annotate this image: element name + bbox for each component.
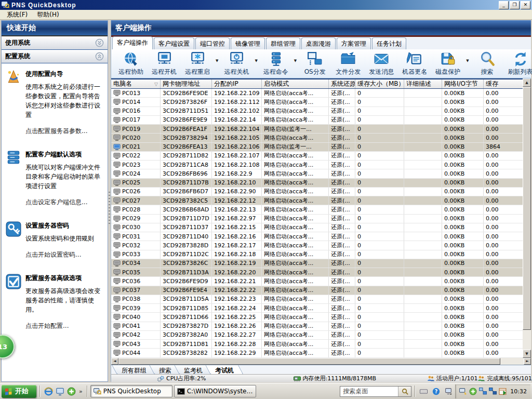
chevron-down-icon[interactable]: ▼ bbox=[464, 59, 470, 63]
table-row[interactable]: PC0213CD92B6FEA13192.168.22.106网络启动(监考一.… bbox=[111, 143, 523, 152]
table-row[interactable]: PC0383CD92B711D5A192.168.22.23网络启动(acca考… bbox=[111, 295, 523, 304]
group-tab-所有群组[interactable]: 所有群组 bbox=[114, 365, 154, 375]
horizontal-scroll-thumb[interactable] bbox=[118, 358, 500, 365]
table-row[interactable]: PC0283CD92B6B68AD192.168.22.13网络启动(acca考… bbox=[111, 205, 523, 214]
column-header-缓存[interactable]: 缓存 bbox=[484, 79, 523, 88]
table-row[interactable]: PC0433CD92B711D81192.168.22.28网络启动(acca考… bbox=[111, 340, 523, 349]
tab-镜像管理[interactable]: 镜像管理 bbox=[231, 37, 265, 49]
toolbar-button-发送消息[interactable]: 发送消息 bbox=[365, 51, 398, 77]
toolbar-button-刷新列表[interactable]: 刷新列表 bbox=[504, 51, 532, 77]
table-row[interactable]: PC0173CD92B6FE9E9192.168.22.14网络启动(acca考… bbox=[111, 116, 523, 125]
toolbar-button-远程命令[interactable]: 远程命令 bbox=[259, 51, 292, 77]
column-header-网卡物理地址[interactable]: 网卡物理地址 bbox=[161, 79, 212, 88]
toolbar-button-文件分发[interactable]: 文件分发 bbox=[331, 51, 365, 77]
restore-button[interactable]: ❐ bbox=[510, 1, 520, 9]
table-row[interactable]: PC0273CD92B7382C5192.168.22.12网络启动(acca考… bbox=[111, 196, 523, 205]
tab-方案管理[interactable]: 方案管理 bbox=[337, 37, 371, 49]
table-row[interactable]: PC0233CD92B711CA8192.168.22.108网络启动(acca… bbox=[111, 161, 523, 169]
search-go-button[interactable] bbox=[398, 387, 411, 396]
toolbar-button-机器更名[interactable]: 机器更名 bbox=[398, 51, 431, 77]
scroll-up-icon[interactable]: ▲ bbox=[523, 78, 531, 87]
toolbar-button-磁盘保护[interactable]: 磁盘保护 bbox=[431, 51, 464, 77]
chevron-double-up-icon[interactable] bbox=[95, 52, 104, 61]
table-row[interactable]: PC0243CD92B6FB696192.168.22.9网络启动(acca考.… bbox=[111, 169, 523, 178]
table-row[interactable]: PC0403CD92B711D66192.168.22.25网络启动(acca考… bbox=[111, 313, 523, 322]
ie-icon[interactable] bbox=[43, 386, 54, 396]
tab-客户端设置[interactable]: 客户端设置 bbox=[154, 37, 194, 49]
table-row[interactable]: PC0193CD92B6FEA1F192.168.22.104网络启动(监考一.… bbox=[111, 125, 523, 134]
desktop-search-input[interactable]: 搜索桌面 bbox=[340, 386, 411, 397]
table-row[interactable]: PC0393CD92B711D85192.168.22.24网络启动(acca考… bbox=[111, 304, 523, 313]
toolbar-button-远程开机[interactable]: 远程开机 bbox=[148, 51, 181, 77]
column-header-分配的IP[interactable]: 分配的IP bbox=[212, 79, 262, 88]
sidebar-item-link[interactable]: 点击开始设置密码... bbox=[25, 250, 94, 259]
table-row[interactable]: PC0253CD92B711D7B192.168.22.10网络启动(acca考… bbox=[111, 179, 523, 188]
keyboard-icon[interactable] bbox=[418, 386, 429, 396]
menu-item-0[interactable]: 系统(F) bbox=[2, 9, 32, 20]
table-row[interactable]: PC0373CD92B6FE9E4192.168.22.22网络启动(acca考… bbox=[111, 286, 523, 295]
sidebar-item-link[interactable]: 点击配置服务器参数... bbox=[25, 127, 104, 136]
green-plus-icon[interactable] bbox=[66, 386, 76, 396]
table-row[interactable]: PC0323CD92B73828D192.168.22.17网络启动(acca考… bbox=[111, 241, 523, 250]
group-tab-考试机[interactable]: 考试机 bbox=[208, 365, 241, 375]
table-row[interactable]: PC0133CD92B6FE9DE192.168.22.109网络启动(acca… bbox=[111, 89, 523, 98]
taskbar-task-PNS QuickDesktop[interactable]: PNS QuickDesktop bbox=[90, 385, 172, 397]
column-header-网络I/O字节[interactable]: 网络I/O字节 bbox=[442, 79, 484, 88]
taskbar-task-C:\WINDOWS\system32...[interactable]: C:\WINDOWS\system32... bbox=[174, 385, 256, 397]
table-row[interactable]: PC0293CD92B711D7D192.168.22.97网络启动(acca考… bbox=[111, 215, 523, 223]
table-row[interactable]: PC0343CD92B73826C192.168.22.19网络启动(acca考… bbox=[111, 259, 523, 268]
column-header-详细描述[interactable]: 详细描述 bbox=[404, 79, 442, 88]
group-tab-监考机[interactable]: 监考机 bbox=[177, 365, 210, 375]
table-row[interactable]: PC0313CD92B711D40192.168.22.16网络启动(acca考… bbox=[111, 232, 523, 241]
tab-桌面漫游[interactable]: 桌面漫游 bbox=[301, 37, 336, 49]
column-header-电脑名[interactable]: 电脑名▽ bbox=[111, 79, 161, 88]
vertical-scroll-thumb[interactable] bbox=[523, 87, 531, 330]
tab-群组管理[interactable]: 群组管理 bbox=[266, 37, 300, 49]
scroll-left-icon[interactable]: ◄ bbox=[111, 358, 118, 365]
table-row[interactable]: PC0263CD92B6FB6D7192.168.22.90网络启动(acca考… bbox=[111, 188, 523, 196]
tab-任务计划[interactable]: 任务计划 bbox=[372, 37, 406, 49]
sidebar-section-使用系统[interactable]: 使用系统 bbox=[2, 36, 108, 50]
network-icon[interactable] bbox=[479, 388, 487, 395]
table-row[interactable]: PC0333CD92B711D2C192.168.22.18网络启动(acca考… bbox=[111, 250, 523, 259]
column-header-启动模式[interactable]: 启动模式 bbox=[262, 79, 329, 88]
table-row[interactable]: PC0423CD92B7382A0192.168.22.27网络启动(acca考… bbox=[111, 331, 523, 340]
sidebar-item-link[interactable]: 点击设定客户端信息... bbox=[25, 198, 104, 207]
table-row[interactable]: PC0353CD92B711D3A192.168.22.20网络启动(acca考… bbox=[111, 268, 523, 277]
table-row[interactable]: PC0413CD92B73827D192.168.22.26网络启动(acca考… bbox=[111, 322, 523, 331]
menu-item-1[interactable]: 帮助(H) bbox=[32, 9, 63, 20]
table-row[interactable]: PC0223CD92B711D82192.168.22.107网络启动(acca… bbox=[111, 152, 523, 161]
table-row[interactable]: PC0203CD92B738294192.168.22.105网络启动(acca… bbox=[111, 134, 523, 142]
scroll-down-icon[interactable]: ▼ bbox=[523, 350, 531, 358]
vertical-scrollbar[interactable]: ▲ ▼ bbox=[523, 78, 531, 358]
chevron-down-icon[interactable]: ▼ bbox=[292, 59, 298, 63]
toolbar-button-远程关机[interactable]: 远程关机 bbox=[220, 51, 253, 77]
column-header-系统还原[interactable]: 系统还原 bbox=[329, 79, 355, 88]
tab-客户端操作[interactable]: 客户端操作 bbox=[112, 36, 153, 49]
table-row[interactable]: PC0143CD92B73826F192.168.22.112网络启动(acca… bbox=[111, 98, 523, 107]
start-button[interactable]: 开始 bbox=[2, 385, 36, 398]
scheduler-icon[interactable] bbox=[499, 388, 507, 395]
pns-tray-icon[interactable] bbox=[459, 388, 467, 395]
show-desktop-icon[interactable] bbox=[55, 386, 65, 396]
tab-端口管控[interactable]: 端口管控 bbox=[195, 37, 230, 49]
toolbar-button-远程重启[interactable]: 远程重启 bbox=[181, 51, 214, 77]
table-row[interactable]: PC0363CD92B6FE9D9192.168.22.21网络启动(acca考… bbox=[111, 277, 523, 286]
chevron-down-icon[interactable]: ▼ bbox=[253, 59, 259, 63]
toolbar-button-搜索[interactable]: 搜索 bbox=[471, 51, 504, 77]
table-row[interactable]: PC0303CD92B711D37192.168.22.15网络启动(acca考… bbox=[111, 223, 523, 232]
network2-icon[interactable] bbox=[489, 388, 497, 395]
close-button[interactable]: ✕ bbox=[521, 1, 530, 9]
minimize-button[interactable]: _ bbox=[499, 1, 509, 9]
sidebar-item-link[interactable]: 点击开始配置... bbox=[25, 322, 104, 330]
green-plus-icon[interactable] bbox=[469, 388, 477, 395]
help-icon[interactable]: ? bbox=[431, 386, 441, 396]
chevron-double-down-icon[interactable] bbox=[95, 38, 104, 47]
display-icon[interactable] bbox=[443, 386, 454, 396]
toolbar-button-OS分发[interactable]: OS分发 bbox=[298, 51, 331, 77]
scroll-right-icon[interactable]: ► bbox=[524, 358, 531, 365]
toolbar-button-远程协助[interactable]: 远程协助 bbox=[114, 51, 148, 77]
table-row[interactable]: PC0163CD92B711D51192.168.22.102网络启动(acca… bbox=[111, 107, 523, 116]
sidebar-section-配置系统[interactable]: 配置系统 bbox=[2, 50, 108, 63]
chevron-down-icon[interactable]: ▼ bbox=[214, 59, 220, 63]
